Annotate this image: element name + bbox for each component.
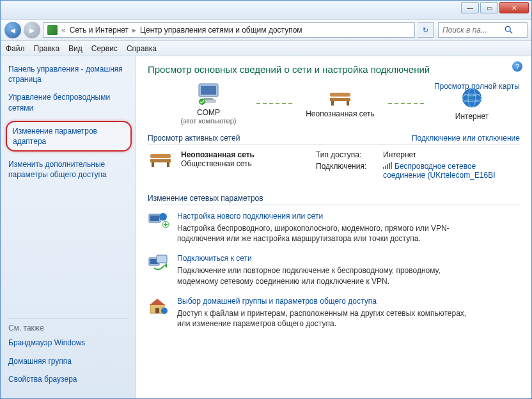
breadcrumb-2[interactable]: Центр управления сетями и общим доступом — [140, 26, 302, 35]
task-connect-network[interactable]: Подключиться к сети Подключение или повт… — [148, 254, 520, 286]
task-homegroup-title: Выбор домашней группы и параметров общег… — [177, 297, 471, 306]
minimize-button[interactable]: — — [461, 2, 479, 13]
connection-name: Беспроводное сетевое соединение (UKrtele… — [383, 162, 496, 180]
svg-rect-28 — [155, 308, 159, 313]
search-icon — [505, 26, 513, 35]
homegroup-icon — [148, 297, 169, 316]
svg-marker-27 — [150, 299, 165, 305]
breadcrumb-1[interactable]: Сеть и Интернет — [70, 26, 129, 35]
menu-file[interactable]: Файл — [6, 44, 25, 53]
svg-rect-10 — [347, 101, 349, 106]
connections-label: Подключения: — [316, 162, 383, 180]
refresh-button[interactable]: ↻ — [418, 22, 434, 38]
tasks-list: Настройка нового подключения или сети На… — [148, 212, 520, 329]
network-params-head: Изменение сетевых параметров — [148, 194, 520, 205]
sidebar-spacer — [8, 188, 129, 315]
address-bar[interactable]: « Сеть и Интернет ▸ Центр управления сет… — [43, 22, 415, 38]
task-connect-network-title: Подключиться к сети — [177, 254, 471, 263]
active-network-info: Неопознанная сеть Общественная сеть — [181, 150, 254, 168]
svg-rect-16 — [152, 162, 154, 167]
close-button[interactable]: ✕ — [499, 2, 529, 13]
sidebar-separator — [8, 318, 129, 318]
new-connection-icon — [148, 212, 169, 231]
active-network-left: Неопознанная сеть Общественная сеть — [148, 150, 304, 180]
map-node-internet-label: Интернет — [455, 112, 489, 121]
active-network-name: Неопознанная сеть — [181, 150, 254, 159]
nav-forward-button[interactable]: ► — [24, 22, 40, 38]
map-node-internet[interactable]: Интернет — [430, 86, 513, 121]
connection-link[interactable]: Беспроводное сетевое соединение (UKrtele… — [383, 162, 520, 180]
task-new-connection-title: Настройка нового подключения или сети — [177, 212, 471, 221]
svg-point-6 — [199, 98, 205, 105]
sidebar-adapter-settings[interactable]: Изменение параметров адаптера — [6, 121, 132, 152]
nav-back-button[interactable]: ◄ — [4, 22, 21, 38]
search-input[interactable] — [442, 26, 501, 35]
svg-rect-17 — [167, 162, 169, 167]
map-wire-2 — [388, 103, 424, 104]
sidebar-browser-props[interactable]: Свойства браузера — [8, 374, 129, 384]
menu-view[interactable]: Вид — [68, 44, 82, 53]
task-homegroup[interactable]: Выбор домашней группы и параметров общег… — [148, 297, 520, 329]
svg-rect-15 — [150, 159, 171, 162]
breadcrumb-sep: « — [61, 26, 66, 35]
task-homegroup-desc: Доступ к файлам и принтерам, расположенн… — [177, 308, 471, 329]
active-networks-head: Просмотр активных сетей Подключение или … — [148, 134, 520, 145]
network-map: COMP (этот компьютер) Неопознанная сеть … — [167, 82, 520, 125]
svg-point-0 — [505, 26, 510, 31]
active-networks-title: Просмотр активных сетей — [148, 134, 240, 143]
task-connect-network-desc: Подключение или повторное подключение к … — [177, 265, 471, 286]
content: ? Просмотр основных сведений о сети и на… — [136, 56, 531, 398]
access-type-value: Интернет — [383, 150, 520, 159]
sidebar-see-also-head: См. также — [8, 324, 129, 332]
navbar: ◄ ► « Сеть и Интернет ▸ Центр управления… — [1, 20, 531, 41]
access-type-label: Тип доступа: — [316, 150, 383, 159]
control-panel-icon — [47, 25, 58, 35]
sidebar-wireless-management[interactable]: Управление беспроводными сетями — [8, 92, 129, 113]
svg-point-20 — [159, 213, 167, 221]
search-box[interactable] — [438, 22, 528, 38]
bench-icon — [148, 150, 173, 168]
map-wire-1 — [256, 103, 292, 104]
svg-line-1 — [510, 31, 513, 34]
menubar: Файл Правка Вид Сервис Справка — [1, 41, 531, 56]
network-params-title: Изменение сетевых параметров — [148, 194, 263, 203]
titlebar: — ▭ ✕ — [1, 1, 531, 20]
active-network-props: Тип доступа: Интернет Подключения: Беспр… — [316, 150, 520, 180]
sidebar: Панель управления - домашняя страница Уп… — [1, 56, 136, 398]
active-network-row: Неопознанная сеть Общественная сеть Тип … — [148, 150, 520, 180]
svg-rect-24 — [157, 255, 167, 263]
sidebar-homegroup[interactable]: Домашняя группа — [8, 356, 129, 366]
map-node-network-label: Неопознанная сеть — [306, 109, 375, 118]
page-title: Просмотр основных сведений о сети и наст… — [148, 64, 520, 75]
signal-icon — [383, 162, 392, 169]
maximize-button[interactable]: ▭ — [480, 2, 498, 13]
svg-rect-9 — [331, 101, 334, 106]
map-node-network[interactable]: Неопознанная сеть — [299, 89, 382, 118]
body: Панель управления - домашняя страница Уп… — [1, 56, 531, 398]
svg-marker-25 — [164, 263, 167, 268]
breadcrumb-arrow: ▸ — [132, 26, 136, 35]
computer-icon — [195, 82, 222, 106]
sidebar-firewall[interactable]: Брандмауэр Windows — [8, 338, 129, 348]
map-node-computer-label: COMP — [197, 108, 220, 117]
map-node-computer[interactable]: COMP (этот компьютер) — [167, 82, 250, 125]
bench-icon — [327, 89, 353, 107]
menu-help[interactable]: Справка — [127, 44, 157, 53]
menu-service[interactable]: Сервис — [91, 44, 118, 53]
window: — ▭ ✕ ◄ ► « Сеть и Интернет ▸ Центр упра… — [0, 0, 532, 399]
sidebar-control-panel-home[interactable]: Панель управления - домашняя страница — [8, 64, 129, 84]
menu-edit[interactable]: Правка — [34, 44, 60, 53]
map-node-computer-sub: (этот компьютер) — [180, 117, 236, 125]
sidebar-advanced-sharing[interactable]: Изменить дополнительные параметры общего… — [8, 159, 129, 180]
help-icon[interactable]: ? — [512, 61, 522, 72]
globe-icon — [460, 86, 483, 109]
svg-rect-7 — [330, 93, 350, 97]
task-new-connection[interactable]: Настройка нового подключения или сети На… — [148, 212, 520, 244]
connect-disconnect-link[interactable]: Подключение или отключение — [412, 134, 520, 143]
svg-rect-3 — [201, 86, 216, 95]
connect-network-icon — [148, 254, 169, 273]
svg-rect-19 — [150, 215, 159, 221]
svg-point-29 — [161, 308, 168, 314]
task-new-connection-desc: Настройка беспроводного, широкополосного… — [177, 223, 471, 244]
svg-rect-14 — [150, 154, 171, 158]
